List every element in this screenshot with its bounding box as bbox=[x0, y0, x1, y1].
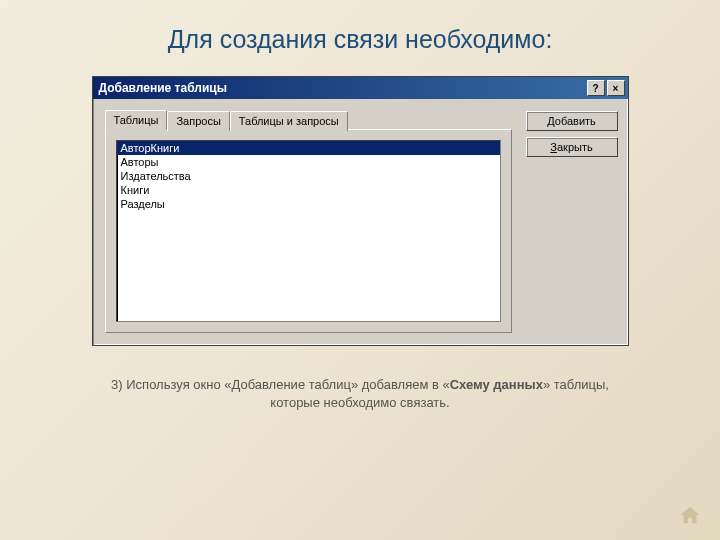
help-button[interactable]: ? bbox=[587, 80, 605, 96]
button-label-rest: акрыть bbox=[557, 141, 593, 153]
add-button[interactable]: Добавить bbox=[526, 111, 618, 131]
list-item[interactable]: Издательства bbox=[117, 169, 500, 183]
close-button[interactable]: × bbox=[607, 80, 625, 96]
tab-strip: Таблицы Запросы Таблицы и запросы bbox=[105, 109, 512, 129]
home-icon[interactable] bbox=[678, 504, 702, 526]
list-item[interactable]: Авторы bbox=[117, 155, 500, 169]
tab-panel: АвторКниги Авторы Издательства Книги Раз… bbox=[105, 129, 512, 333]
dialog-title: Добавление таблицы bbox=[99, 81, 585, 95]
table-listbox[interactable]: АвторКниги Авторы Издательства Книги Раз… bbox=[116, 140, 501, 322]
tab-queries[interactable]: Запросы bbox=[167, 111, 229, 131]
close-dialog-button[interactable]: Закрыть bbox=[526, 137, 618, 157]
tab-both[interactable]: Таблицы и запросы bbox=[230, 111, 348, 131]
titlebar: Добавление таблицы ? × bbox=[93, 77, 628, 99]
dialog-body: Таблицы Запросы Таблицы и запросы АвторК… bbox=[93, 99, 628, 345]
button-label-rest: обавить bbox=[555, 115, 596, 127]
tab-tables[interactable]: Таблицы bbox=[105, 110, 168, 130]
slide-caption: 3) Используя окно «Добавление таблиц» до… bbox=[100, 376, 620, 412]
button-accel: Д bbox=[547, 115, 555, 127]
list-item[interactable]: Книги bbox=[117, 183, 500, 197]
button-accel: З bbox=[550, 141, 557, 153]
list-item[interactable]: Разделы bbox=[117, 197, 500, 211]
dialog-add-table: Добавление таблицы ? × Таблицы Запросы Т… bbox=[92, 76, 629, 346]
list-item[interactable]: АвторКниги bbox=[117, 141, 500, 155]
slide-title: Для создания связи необходимо: bbox=[0, 0, 720, 66]
